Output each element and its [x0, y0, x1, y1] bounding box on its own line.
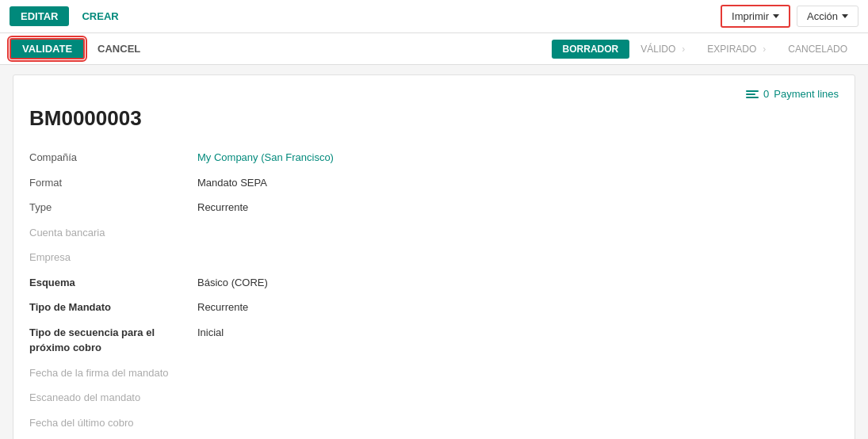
status-cancelado[interactable]: CANCELADO [777, 40, 858, 59]
field-value-format: Mandato SEPA [197, 172, 505, 194]
field-value-esquema: Básico (CORE) [197, 272, 505, 294]
payment-lines-count: 0 [763, 88, 769, 100]
field-label-escaneado: Escaneado del mandato [29, 387, 188, 409]
field-label-company: Compañía [29, 147, 188, 169]
main-content: 0 Payment lines BM0000003 Compañía My Co… [0, 65, 868, 439]
action-caret-icon [842, 14, 848, 18]
record-title: BM0000003 [29, 106, 839, 131]
cancel-button[interactable]: CANCEL [91, 40, 147, 58]
status-valido[interactable]: VÁLIDO [629, 40, 696, 59]
secondary-toolbar: VALIDATE CANCEL BORRADOR VÁLIDO EXPIRADO… [0, 33, 868, 65]
field-label-fecha-firma: Fecha de la firma del mandato [29, 362, 188, 384]
print-label: Imprimir [732, 10, 769, 22]
field-value-type: Recurrente [197, 197, 505, 219]
list-icon [746, 90, 759, 98]
field-value-empresa [197, 246, 505, 269]
fields-grid: Compañía My Company (San Francisco) Form… [29, 147, 505, 433]
payment-lines-bar: 0 Payment lines [29, 88, 839, 100]
print-button[interactable]: Imprimir [721, 5, 790, 28]
field-label-type: Type [29, 197, 188, 219]
field-label-tipo-secuencia: Tipo de secuencia para el próximo cobro [29, 322, 188, 359]
top-toolbar: EDITAR CREAR Imprimir Acción [0, 0, 868, 33]
status-expirado[interactable]: EXPIRADO [696, 40, 777, 59]
field-value-fecha-ultimo-cobro [197, 412, 505, 434]
payment-lines-link[interactable]: 0 Payment lines [746, 88, 839, 100]
field-label-empresa: Empresa [29, 246, 188, 269]
field-label-fecha-ultimo-cobro: Fecha del último cobro [29, 412, 188, 434]
field-value-tipo-mandato: Recurrente [197, 296, 505, 319]
action-label: Acción [807, 10, 838, 22]
status-bar: BORRADOR VÁLIDO EXPIRADO CANCELADO [552, 40, 858, 59]
toolbar-left: EDITAR CREAR [10, 6, 125, 26]
edit-button[interactable]: EDITAR [10, 6, 69, 26]
field-value-fecha-firma [197, 362, 505, 384]
field-value-company[interactable]: My Company (San Francisco) [197, 147, 505, 169]
field-label-cuenta-bancaria: Cuenta bancaria [29, 222, 188, 244]
field-value-cuenta-bancaria [197, 222, 505, 244]
print-caret-icon [773, 14, 779, 18]
field-label-tipo-mandato: Tipo de Mandato [29, 296, 188, 319]
action-button[interactable]: Acción [797, 6, 858, 27]
create-button[interactable]: CREAR [75, 6, 124, 26]
validate-button[interactable]: VALIDATE [10, 38, 85, 59]
field-label-format: Format [29, 172, 188, 194]
field-label-esquema: Esquema [29, 272, 188, 294]
record-card: 0 Payment lines BM0000003 Compañía My Co… [13, 74, 855, 439]
payment-lines-label: Payment lines [774, 88, 839, 100]
toolbar-right: Imprimir Acción [721, 5, 858, 28]
status-borrador[interactable]: BORRADOR [552, 40, 630, 59]
field-value-tipo-secuencia: Inicial [197, 322, 505, 359]
secondary-toolbar-left: VALIDATE CANCEL [10, 38, 147, 59]
field-value-escaneado [197, 387, 505, 409]
